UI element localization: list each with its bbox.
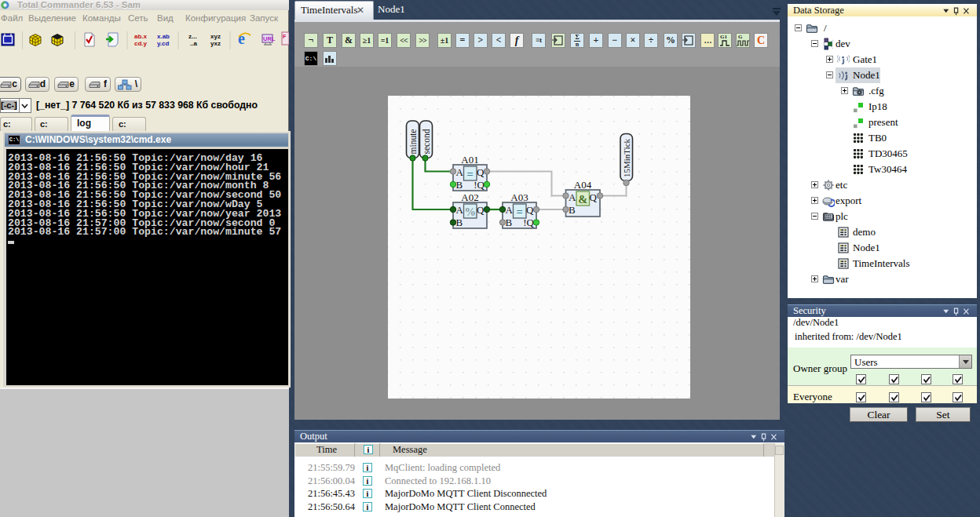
svg-text:Q: Q [477, 166, 485, 178]
svg-text:Q: Q [477, 204, 485, 216]
svg-text:Q: Q [590, 191, 598, 203]
svg-text:z...: z... [188, 33, 197, 40]
svg-text:=: = [467, 168, 474, 180]
svg-text:=: = [517, 206, 523, 218]
svg-text:%: % [464, 206, 476, 218]
svg-text:A: A [456, 204, 464, 216]
svg-text:B: B [456, 179, 463, 191]
svg-text:F: F [283, 34, 287, 39]
svg-text:B: B [569, 204, 576, 216]
svg-text:e: e [238, 30, 245, 47]
svg-text:!Q: !Q [474, 179, 485, 191]
svg-text:A01: A01 [461, 154, 478, 166]
svg-text:minute: minute [408, 129, 418, 155]
svg-text:15MinTick: 15MinTick [622, 138, 631, 177]
svg-text:..a: ..a [190, 40, 197, 47]
svg-text:Q: Q [526, 204, 534, 216]
svg-text:ab.x: ab.x [134, 33, 148, 40]
svg-text:yxz: yxz [210, 40, 221, 47]
svg-text:B: B [456, 217, 463, 228]
svg-text:A: A [569, 191, 576, 203]
svg-text:URL: URL [263, 35, 276, 42]
svg-text:second: second [422, 129, 431, 154]
svg-text:x.ab: x.ab [157, 33, 170, 40]
svg-text:cd.y: cd.y [134, 40, 148, 47]
svg-text:B: B [506, 217, 513, 228]
svg-text:!Q: !Q [523, 217, 534, 228]
svg-text:A03: A03 [510, 191, 528, 203]
svg-text:xyz: xyz [210, 33, 221, 40]
svg-text:A: A [506, 204, 514, 216]
svg-text:A04: A04 [574, 179, 592, 191]
svg-text:A02: A02 [461, 191, 478, 203]
svg-text:A: A [456, 166, 464, 178]
svg-text:y.cd: y.cd [157, 40, 170, 47]
svg-text:&: & [578, 193, 587, 206]
